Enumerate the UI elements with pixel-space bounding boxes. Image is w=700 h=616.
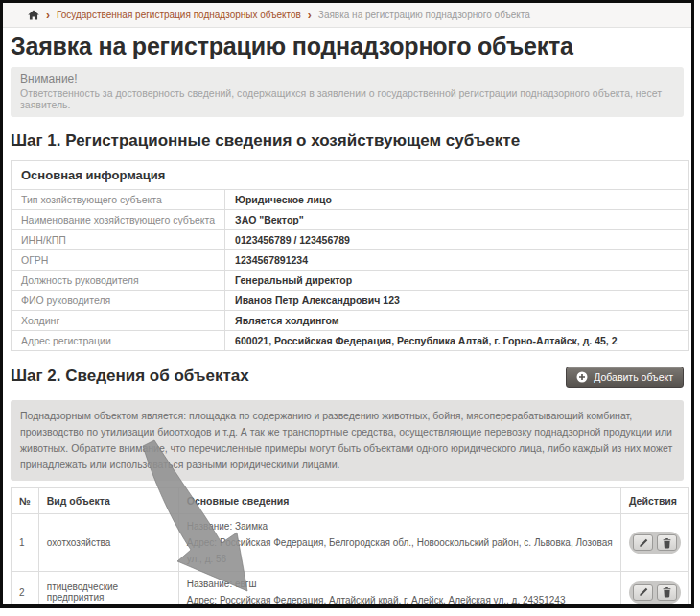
object-num: 2 (12, 572, 39, 609)
column-header-actions: Действия (621, 488, 689, 514)
field-value: 0123456789 / 123456789 (225, 230, 689, 250)
warning-title: Внимание! (20, 72, 674, 85)
delete-object-button[interactable] (657, 584, 677, 601)
trash-icon (662, 537, 672, 549)
field-value: Иванов Петр Александрович 123 (225, 291, 689, 311)
table-row: Адрес регистрации 600021, Российская Фед… (12, 331, 689, 351)
step2-header-row: Шаг 2. Сведения об объектах Добавить объ… (11, 367, 684, 388)
step1-table: Основная информация Тип хозяйствующего с… (11, 160, 689, 351)
field-value: Юридическое лицо (225, 190, 689, 210)
trash-icon (662, 586, 672, 598)
field-label: Адрес регистрации (12, 331, 225, 351)
object-num: 1 (12, 514, 39, 572)
field-value: ЗАО "Вектор" (225, 210, 689, 230)
actions-group (629, 532, 681, 554)
field-value: 600021, Российская Федерация, Республика… (225, 331, 689, 351)
pencil-icon (638, 586, 649, 598)
edit-object-button[interactable] (633, 534, 653, 551)
delete-object-button[interactable] (657, 534, 677, 551)
field-label: ИНН/КПП (12, 230, 225, 250)
field-label: Должность руководителя (12, 271, 225, 291)
object-name: Название: Заимка (187, 518, 613, 534)
table-row: ОГРН 1234567891234 (12, 250, 689, 271)
field-label: Тип хозяйствующего субъекта (12, 190, 225, 210)
object-address: Адрес: Российская Федерация, Алтайский к… (187, 592, 613, 608)
table-row: ФИО руководителя Иванов Петр Александров… (12, 291, 689, 311)
field-label: Холдинг (12, 311, 225, 331)
object-name: Название: евгш (187, 576, 613, 592)
field-value: Является холдингом (225, 311, 689, 331)
warning-text: Ответственность за достоверность сведени… (20, 87, 674, 110)
table-row: ИНН/КПП 0123456789 / 123456789 (12, 230, 689, 250)
object-info: Название: евгш Адрес: Российская Федерац… (178, 572, 620, 609)
home-icon[interactable] (28, 10, 39, 20)
table-row: Холдинг Является холдингом (12, 311, 689, 331)
warning-box: Внимание! Ответственность за достовернос… (11, 67, 684, 117)
breadcrumb-current: Заявка на регистрацию поднадзорного объе… (318, 10, 530, 20)
step2-title: Шаг 2. Сведения об объектах (11, 367, 249, 386)
field-value: 1234567891234 (225, 250, 689, 271)
add-object-button[interactable]: Добавить объект (566, 367, 684, 388)
table-section-header: Основная информация (12, 161, 689, 190)
field-label: Наименование хозяйствующего субъекта (12, 210, 225, 230)
column-header-num: № (12, 488, 39, 514)
field-value: Генеральный директор (225, 271, 689, 291)
step1-title: Шаг 1. Регистрационные сведения о хозяйс… (11, 131, 684, 151)
objects-table-header: № Вид объекта Основные сведения Действия (12, 488, 689, 514)
breadcrumb: › Государственная регистрация поднадзорн… (3, 3, 691, 28)
column-header-type: Вид объекта (38, 488, 178, 514)
add-circle-icon (576, 371, 588, 383)
breadcrumb-link-registry[interactable]: Государственная регистрация поднадзорных… (57, 10, 301, 20)
object-actions (621, 514, 689, 572)
object-type: охотхозяйства (38, 514, 178, 572)
page-title: Заявка на регистрацию поднадзорного объе… (11, 33, 684, 60)
add-object-label: Добавить объект (594, 371, 673, 383)
object-row: 1 охотхозяйства Название: Заимка Адрес: … (12, 514, 689, 572)
object-type: птицеводческие предприятия (38, 572, 178, 609)
edit-object-button[interactable] (633, 584, 653, 601)
app-window: › Государственная регистрация поднадзорн… (0, 0, 694, 608)
breadcrumb-separator: › (46, 10, 50, 21)
column-header-info: Основные сведения (178, 488, 620, 514)
pencil-icon (638, 537, 649, 549)
actions-group (629, 581, 681, 604)
object-actions (621, 572, 689, 609)
table-section-title: Основная информация (12, 161, 689, 190)
field-label: ФИО руководителя (12, 291, 225, 311)
field-label: ОГРН (12, 250, 225, 271)
object-address: Адрес: Российская Федерация, Белгородска… (187, 534, 613, 567)
table-row: Наименование хозяйствующего субъекта ЗАО… (12, 210, 689, 230)
objects-table: № Вид объекта Основные сведения Действия… (11, 487, 689, 608)
table-row: Должность руководителя Генеральный дирек… (12, 271, 689, 291)
breadcrumb-separator: › (308, 10, 312, 21)
step2-notice: Поднадзорным объектом является: площадка… (11, 400, 684, 481)
object-row: 2 птицеводческие предприятия Название: е… (12, 572, 689, 609)
object-info: Название: Заимка Адрес: Российская Федер… (178, 514, 620, 572)
table-row: Тип хозяйствующего субъекта Юридическое … (12, 190, 689, 210)
